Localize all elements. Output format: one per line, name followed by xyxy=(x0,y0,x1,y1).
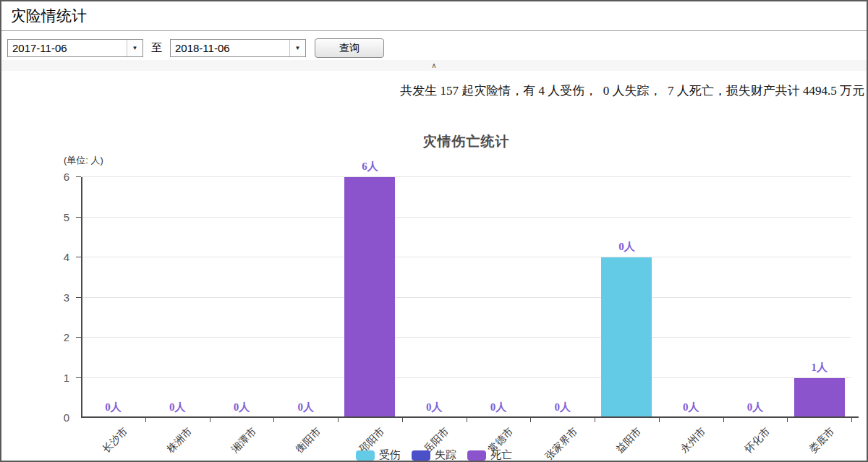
bar-label: 0人 xyxy=(659,401,723,414)
bar-label: 0人 xyxy=(81,401,145,414)
y-axis-tick xyxy=(76,337,81,338)
scroll-up-strip[interactable]: ∧ xyxy=(1,60,867,71)
date-from-picker[interactable]: 2017-11-06 ▼ xyxy=(7,39,143,57)
bar xyxy=(794,378,845,419)
y-tick-label: 6 xyxy=(46,171,69,183)
gridline xyxy=(81,176,851,177)
bar-label: 0人 xyxy=(530,401,595,414)
legend-swatch-icon xyxy=(412,450,430,461)
x-axis-tick xyxy=(787,418,788,422)
legend-swatch-icon xyxy=(356,450,375,461)
x-axis-tick xyxy=(530,418,531,422)
legend-item[interactable]: 受伤 xyxy=(356,448,401,462)
x-axis-tick xyxy=(402,418,403,422)
bar xyxy=(601,257,652,418)
gridline xyxy=(81,337,851,338)
bar-label: 0人 xyxy=(273,401,338,414)
x-axis-tick xyxy=(467,418,467,422)
gridline xyxy=(81,297,851,298)
query-button[interactable]: 查询 xyxy=(315,38,384,58)
app-window: 灾险情统计 2017-11-06 ▼ 至 2018-11-06 ▼ 查询 ∧ 共… xyxy=(0,0,868,462)
bar-label: 0人 xyxy=(145,401,210,414)
x-axis-tick xyxy=(595,418,595,422)
legend-label: 死亡 xyxy=(490,448,512,462)
y-axis-tick xyxy=(76,297,81,298)
bar-label: 0人 xyxy=(402,401,467,414)
y-tick-label: 3 xyxy=(46,291,69,304)
legend-label: 失踪 xyxy=(435,448,456,462)
page-header: 灾险情统计 xyxy=(1,1,867,31)
y-axis-tick xyxy=(76,377,81,378)
gridline xyxy=(81,377,851,378)
gridline xyxy=(81,257,851,257)
gridline xyxy=(81,217,851,218)
casualty-chart: 灾情伤亡统计 (单位: 人) 01234560人长沙市0人株洲市0人湘潭市0人衡… xyxy=(1,132,867,462)
bar-label: 0人 xyxy=(467,401,531,414)
summary-text: 共发生 157 起灾险情，有 4 人受伤， 0 人失踪， 7 人死亡，损失财产共… xyxy=(1,82,867,100)
y-tick-label: 2 xyxy=(46,331,69,343)
x-axis-tick xyxy=(273,418,274,422)
chart-title: 灾情伤亡统计 xyxy=(81,132,851,151)
date-to-picker[interactable]: 2018-11-06 ▼ xyxy=(170,39,306,57)
bar-label: 0人 xyxy=(723,401,788,414)
y-tick-label: 0 xyxy=(46,411,69,424)
x-axis-tick xyxy=(338,418,339,422)
y-axis-line xyxy=(81,177,82,418)
toolbar: 2017-11-06 ▼ 至 2018-11-06 ▼ 查询 xyxy=(1,31,867,60)
x-axis-line xyxy=(81,416,859,418)
legend-swatch-icon xyxy=(467,450,486,461)
y-axis-tick xyxy=(76,176,81,177)
bar-label: 6人 xyxy=(338,160,402,174)
bar-label: 0人 xyxy=(210,401,274,414)
chevron-up-icon[interactable]: ∧ xyxy=(431,61,436,69)
y-axis-tick xyxy=(76,257,81,257)
date-to-value[interactable]: 2018-11-06 xyxy=(171,40,289,56)
page-title: 灾险情统计 xyxy=(1,1,867,30)
y-tick-label: 4 xyxy=(46,251,69,263)
y-tick-label: 1 xyxy=(46,372,69,384)
date-from-dropdown-arrow-icon[interactable]: ▼ xyxy=(127,40,142,56)
legend-item[interactable]: 失踪 xyxy=(412,448,456,462)
x-axis-tick xyxy=(723,418,724,422)
y-tick-label: 5 xyxy=(46,211,69,223)
date-to-dropdown-arrow-icon[interactable]: ▼ xyxy=(289,40,305,56)
legend-label: 受伤 xyxy=(379,448,401,462)
chart-legend: 受伤失踪死亡 xyxy=(1,448,867,462)
y-axis-unit-label: (单位: 人) xyxy=(64,154,103,167)
bar-label: 1人 xyxy=(787,361,851,375)
x-axis-tick xyxy=(851,418,852,422)
bar xyxy=(344,177,395,418)
date-from-value[interactable]: 2017-11-06 xyxy=(8,40,127,56)
plot-area: 01234560人长沙市0人株洲市0人湘潭市0人衡阳市6人邵阳市0人岳阳市0人常… xyxy=(81,177,851,418)
y-axis-tick xyxy=(76,217,81,218)
x-axis-tick xyxy=(659,418,660,422)
bar-label: 0人 xyxy=(595,240,659,254)
date-range-to-label: 至 xyxy=(151,41,162,55)
legend-item[interactable]: 死亡 xyxy=(467,448,512,462)
x-axis-tick xyxy=(210,418,210,422)
x-axis-tick xyxy=(145,418,146,422)
